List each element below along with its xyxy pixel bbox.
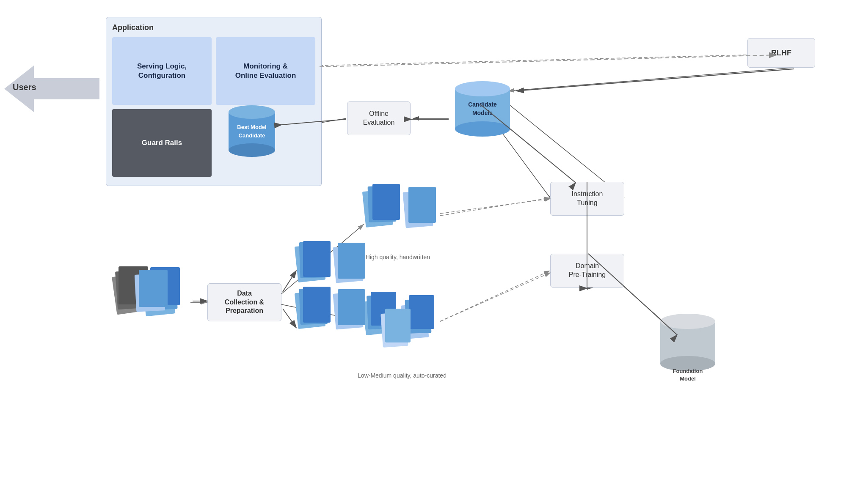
svg-rect-39	[385, 309, 411, 342]
hq-docs-svg	[356, 182, 444, 249]
input-docs-svg	[102, 249, 195, 334]
svg-line-54	[320, 55, 777, 67]
rlhf-box: RLHF	[747, 38, 815, 68]
input-doc-stacks	[102, 249, 195, 336]
lq-annotation: Low-Medium quality, auto-curated	[356, 372, 449, 379]
svg-point-6	[229, 105, 275, 119]
svg-line-55	[516, 69, 794, 91]
app-title: Application	[112, 23, 315, 32]
application-container: Application Serving Logic, Configuration…	[106, 17, 322, 186]
svg-rect-42	[303, 241, 331, 277]
users-label: Users	[13, 82, 36, 92]
instruction-tuning-box: InstructionTuning	[550, 182, 624, 216]
app-grid: Serving Logic, Configuration Monitoring …	[112, 37, 315, 177]
lq-docs-to-domain-arrow	[440, 271, 550, 321]
hq-docs-to-instruction-arrow	[440, 198, 550, 216]
data-collection-box: DataCollection &Preparation	[207, 283, 281, 321]
foundation-model-svg: Foundation Model	[654, 304, 722, 385]
svg-text:Model: Model	[680, 375, 696, 382]
svg-text:Foundation: Foundation	[673, 368, 703, 374]
candidate-models-svg: Candidate Models	[449, 72, 516, 144]
svg-rect-47	[303, 287, 331, 323]
svg-rect-37	[409, 295, 434, 329]
domain-pretraining-box: DomainPre-Training	[550, 254, 624, 288]
svg-text:Models: Models	[472, 110, 493, 116]
foundation-model-area: Foundation Model	[654, 304, 722, 386]
diagram: Application Serving Logic, Configuration…	[0, 0, 849, 504]
guard-rails-cell: Guard Rails	[112, 109, 212, 177]
svg-rect-44	[338, 243, 365, 279]
svg-line-61	[440, 199, 550, 214]
svg-rect-49	[338, 289, 365, 325]
monitoring-cell: Monitoring &Online Evaluation	[216, 37, 315, 105]
candidate-models-area: Candidate Models	[449, 72, 516, 145]
monitoring-to-rlhf-arrow	[320, 54, 779, 66]
serving-logic-cell: Serving Logic, Configuration	[112, 37, 212, 105]
svg-rect-31	[408, 187, 436, 223]
best-model-cylinder: Best Model Candidate	[224, 97, 279, 162]
svg-text:Candidate: Candidate	[468, 101, 497, 108]
rlhf-to-candidate-arrow	[508, 68, 794, 91]
svg-point-5	[229, 143, 275, 157]
svg-line-62	[440, 273, 550, 321]
hq-annotation: High quality, handwritten	[356, 254, 440, 260]
svg-text:Candidate: Candidate	[239, 132, 265, 139]
svg-rect-29	[372, 184, 400, 220]
svg-text:Best Model: Best Model	[237, 124, 266, 130]
svg-rect-26	[139, 270, 168, 307]
svg-point-16	[660, 314, 715, 329]
offline-eval-box: OfflineEvaluation	[347, 101, 411, 135]
best-model-cyl-svg: Best Model Candidate	[224, 97, 279, 161]
svg-point-11	[455, 81, 510, 96]
svg-point-10	[455, 121, 510, 137]
